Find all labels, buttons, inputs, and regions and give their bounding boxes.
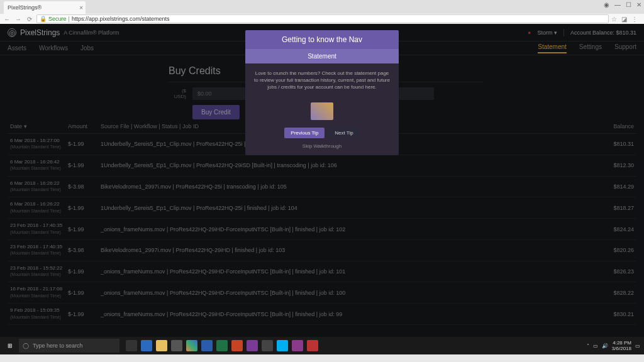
modal-body: Love to crunch the numbers? Check out th… — [245, 63, 399, 97]
search-placeholder: Type here to search — [33, 343, 83, 349]
taskbar-apps — [126, 340, 318, 351]
word-icon[interactable] — [201, 340, 213, 351]
excel-icon[interactable] — [216, 340, 228, 351]
windows-start-icon[interactable]: ⊞ — [3, 338, 18, 353]
adobe-icon[interactable] — [307, 340, 318, 351]
previous-tip-button[interactable]: Previous Tip — [284, 128, 325, 138]
cortana-icon: ◯ — [23, 343, 29, 349]
powerpoint-icon[interactable] — [231, 340, 243, 351]
chrome-right-icons: ☆ ◪ ⋮ — [611, 16, 641, 22]
app-icon[interactable] — [292, 340, 303, 351]
taskview-icon[interactable] — [126, 340, 137, 351]
next-tip-button[interactable]: Next Tip — [328, 128, 359, 138]
tray-chevron-icon[interactable]: ˄ — [587, 343, 589, 349]
extension-icon[interactable]: ◪ — [621, 16, 628, 22]
address-bar: ← → ⟳ 🔒 Secure | https://app.pixelstring… — [0, 14, 644, 24]
calculator-icon[interactable] — [262, 340, 273, 351]
store-icon[interactable] — [171, 340, 182, 351]
forward-icon[interactable]: → — [14, 14, 23, 23]
minimize-icon[interactable]: — — [614, 1, 621, 8]
explorer-icon[interactable] — [156, 340, 167, 351]
network-icon[interactable]: ▭ — [593, 343, 598, 349]
secure-label: Secure — [48, 16, 67, 22]
browser-chrome: ◉ — ☐ ✕ PixelStrings® × ← → ⟳ 🔒 Secure |… — [0, 0, 644, 24]
skype-icon[interactable] — [277, 340, 288, 351]
modal-subtitle: Statement — [245, 49, 399, 63]
app-body: ◎ PixelStrings A Cinnafilm® Platform ● S… — [0, 24, 644, 337]
tab-bar: PixelStrings® × — [0, 0, 644, 14]
person-icon[interactable]: ◉ — [604, 1, 609, 8]
walkthrough-modal: Getting to know the Nav Statement Love t… — [245, 30, 399, 155]
onenote-icon[interactable] — [247, 340, 258, 351]
tab-close-icon[interactable]: × — [79, 4, 83, 11]
modal-title: Getting to know the Nav — [245, 30, 399, 49]
clock[interactable]: 4:28 PM 3/6/2018 — [612, 340, 631, 351]
chrome-icon[interactable] — [186, 340, 197, 351]
lock-icon: 🔒 — [40, 16, 47, 22]
menu-icon[interactable]: ⋮ — [631, 16, 638, 22]
reload-icon[interactable]: ⟳ — [25, 14, 34, 23]
tab-title: PixelStrings® — [8, 4, 42, 11]
skip-walkthrough-link[interactable]: Skip Walkthrough — [245, 143, 399, 155]
edge-icon[interactable] — [141, 340, 152, 351]
modal-overlay: Getting to know the Nav Statement Love t… — [0, 24, 644, 337]
system-tray[interactable]: ˄ ▭ 🔊 4:28 PM 3/6/2018 ▭ — [587, 340, 640, 351]
window-controls: ◉ — ☐ ✕ — [604, 1, 641, 8]
url-text: https://app.pixelstrings.com/statements — [72, 16, 170, 22]
browser-tab[interactable]: PixelStrings® × — [4, 1, 86, 14]
url-input[interactable]: 🔒 Secure | https://app.pixelstrings.com/… — [36, 14, 609, 23]
star-icon[interactable]: ☆ — [611, 16, 618, 22]
windows-taskbar: ⊞ ◯ Type here to search ˄ ▭ 🔊 4:28 PM 3/… — [0, 337, 644, 354]
volume-icon[interactable]: 🔊 — [602, 343, 608, 349]
maximize-icon[interactable]: ☐ — [626, 1, 631, 8]
close-icon[interactable]: ✕ — [636, 1, 641, 8]
taskbar-search[interactable]: ◯ Type here to search — [19, 339, 119, 353]
notifications-icon[interactable]: ▭ — [635, 343, 640, 349]
back-icon[interactable]: ← — [3, 14, 11, 23]
document-illustration-icon — [311, 102, 333, 120]
